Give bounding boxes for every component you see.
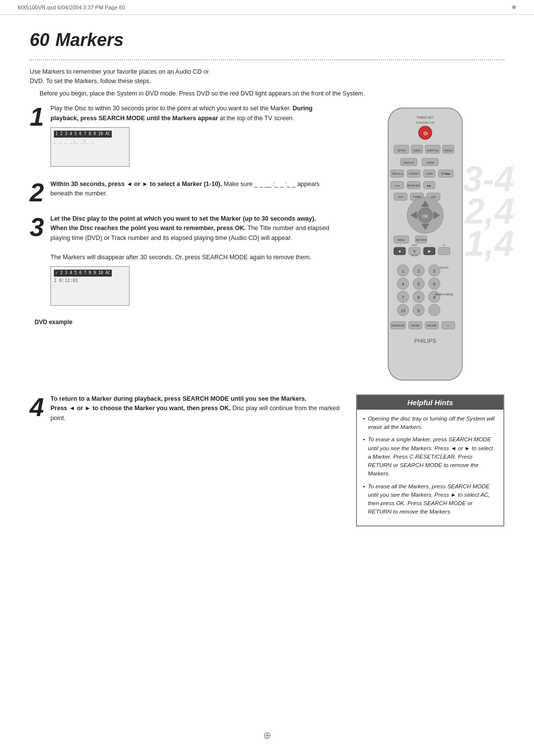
svg-text:PLAY: PLAY [427, 244, 432, 246]
intro-line1: Use Markers to remember your favorite pl… [30, 67, 504, 86]
remote-svg: TIMER SET STANDBY-ON ⏻ SETUP AUDIO SUBTI [376, 104, 475, 384]
svg-text:REW: REW [412, 244, 417, 246]
svg-text:SUBTITLE: SUBTITLE [427, 149, 439, 152]
screen-preview-1: 1 2 3 4 5 6 7 8 9 10 AC _ _ _ _:_ _:_ _ [50, 127, 130, 167]
svg-text:PHILIPS: PHILIPS [414, 338, 437, 344]
helpful-hints-box: Helpful Hints Opening the disc tray or t… [356, 394, 504, 526]
screen2-line2: 1 0:12:01 [54, 278, 78, 283]
svg-text:2: 2 [417, 269, 420, 274]
svg-text:ZOOM: ZOOM [427, 161, 434, 164]
svg-text:SKIP▶▶: SKIP▶▶ [441, 173, 450, 176]
bottom-section: 4 To return to a Marker during playback,… [30, 394, 504, 526]
svg-text:FF: FF [443, 244, 446, 246]
footer-crosshair: ⊕ [263, 729, 271, 741]
screen1-line2: _ _ _ _:_ _:_ _ [54, 139, 94, 144]
svg-text:DVD: DVD [398, 195, 403, 198]
helpful-hint-3: To erase all the Markers, press SEARCH M… [363, 482, 497, 517]
svg-text:C-RESET: C-RESET [408, 173, 419, 176]
svg-text:SURROUND: SURROUND [392, 325, 405, 327]
svg-text:⏸: ⏸ [413, 249, 416, 253]
screen1-bar: 1 2 3 4 5 6 7 8 9 10 AC [54, 131, 112, 138]
header-filename: MX5100VR.qxd 6/04/2004 3:37 PM Page 60 [18, 4, 125, 10]
page-number: 60 [30, 30, 49, 50]
header-crosshair: ⊕ [512, 4, 516, 10]
right-column: 3-4 2,4 1,4 TIMER SET STANDBY-ON [346, 104, 504, 384]
helpful-hint-2: To erase a single Marker, press SEARCH M… [363, 435, 497, 478]
svg-text:VCR: VCR [431, 195, 436, 198]
svg-text:0: 0 [417, 308, 420, 313]
helpful-hints-list: Opening the disc tray or turning off the… [363, 415, 497, 517]
remote-control: TIMER SET STANDBY-ON ⏻ SETUP AUDIO SUBTI [346, 104, 504, 384]
svg-text:VOLUME: VOLUME [427, 325, 437, 327]
svg-text:◄◄: ◄◄ [395, 184, 400, 187]
intro-indent: Before you begin, place the System in DV… [40, 89, 504, 98]
page-container: MX5100VR.qxd 6/04/2004 3:37 PM Page 60 ⊕… [0, 0, 534, 756]
page-title: Markers [55, 30, 124, 50]
svg-text:LOOP: LOOP [426, 173, 433, 176]
svg-text:TIMER SET: TIMER SET [416, 116, 434, 119]
svg-text:4: 4 [402, 282, 404, 287]
helpful-hints-title: Helpful Hints [357, 395, 503, 410]
svg-text:MOVE/SEL: MOVE/SEL [407, 184, 420, 187]
svg-text:SETUP: SETUP [397, 149, 405, 152]
step-4-content: To return to a Marker during playback, p… [50, 394, 341, 423]
svg-text:SKIP◄◄: SKIP◄◄ [392, 173, 402, 176]
svg-text:6: 6 [433, 282, 436, 287]
screen-preview-2: ✓ 2 3 4 5 6 7 8 9 10 AC 1 0:12:01 [50, 266, 130, 306]
step-3-number: 3 [30, 214, 44, 240]
step-1: 1 Play the Disc to within 30 seconds pri… [30, 104, 331, 171]
svg-text:7: 7 [402, 295, 404, 300]
svg-text:ANGLE: ANGLE [444, 149, 453, 152]
step-3: 3 Let the Disc play to the point at whic… [30, 214, 331, 310]
step-4-area: 4 To return to a Marker during playback,… [30, 394, 341, 432]
svg-rect-58 [439, 247, 450, 255]
svg-text:1: 1 [402, 269, 404, 274]
svg-text:SOUND: SOUND [411, 325, 420, 327]
left-column: 1 Play the Disc to within 30 seconds pri… [30, 104, 331, 333]
svg-text:DISPLAY: DISPLAY [403, 161, 414, 164]
step-2-content: Within 30 seconds, press ◄ or ► to selec… [50, 180, 331, 199]
svg-text:OK: OK [422, 214, 428, 219]
step-3-content: Let the Disc play to the point at which … [50, 214, 331, 310]
svg-text:MENU: MENU [398, 238, 405, 241]
step-2-number: 2 [30, 180, 44, 205]
svg-point-84 [429, 304, 440, 316]
header-bar: MX5100VR.qxd 6/04/2004 3:37 PM Page 60 ⊕ [0, 0, 534, 15]
dvd-example-label: DVD example [30, 319, 331, 326]
svg-text:▶▶: ▶▶ [427, 184, 431, 187]
svg-text:⏻: ⏻ [423, 131, 428, 136]
screen2-bar: ✓ 2 3 4 5 6 7 8 9 10 AC [54, 270, 112, 277]
svg-text:RETURN: RETURN [416, 238, 426, 241]
svg-text:SEARCH MODE: SEARCH MODE [435, 293, 454, 296]
svg-text:AUDIO: AUDIO [413, 149, 421, 152]
helpful-hints-body: Opening the disc tray or turning off the… [357, 410, 503, 525]
svg-text:8: 8 [417, 295, 420, 300]
right-col-inner: 3-4 2,4 1,4 TIMER SET STANDBY-ON [346, 104, 504, 384]
step-2: 2 Within 30 seconds, press ◄ or ► to sel… [30, 180, 331, 205]
two-col-layout: 1 Play the Disc to within 30 seconds pri… [30, 104, 504, 384]
svg-text:STOP: STOP [397, 244, 402, 246]
step-4: 4 To return to a Marker during playback,… [30, 394, 341, 423]
svg-text:PAUSE: PAUSE [411, 255, 418, 257]
section-divider [30, 59, 504, 60]
helpful-hint-1: Opening the disc tray or turning off the… [363, 415, 497, 432]
svg-text:■: ■ [399, 249, 400, 253]
step-1-content: Play the Disc to within 30 seconds prior… [50, 104, 331, 171]
svg-text:+: + [447, 324, 449, 327]
svg-text:3: 3 [433, 269, 436, 274]
svg-text:5: 5 [417, 282, 420, 287]
svg-text:VOL/TV: VOL/TV [440, 267, 448, 270]
main-content: 60 Markers Use Markers to remember your … [0, 15, 534, 546]
svg-text:STANDBY-ON: STANDBY-ON [416, 121, 434, 124]
svg-text:10: 10 [400, 308, 405, 313]
step-4-number: 4 [30, 394, 44, 420]
step-1-number: 1 [30, 104, 44, 130]
